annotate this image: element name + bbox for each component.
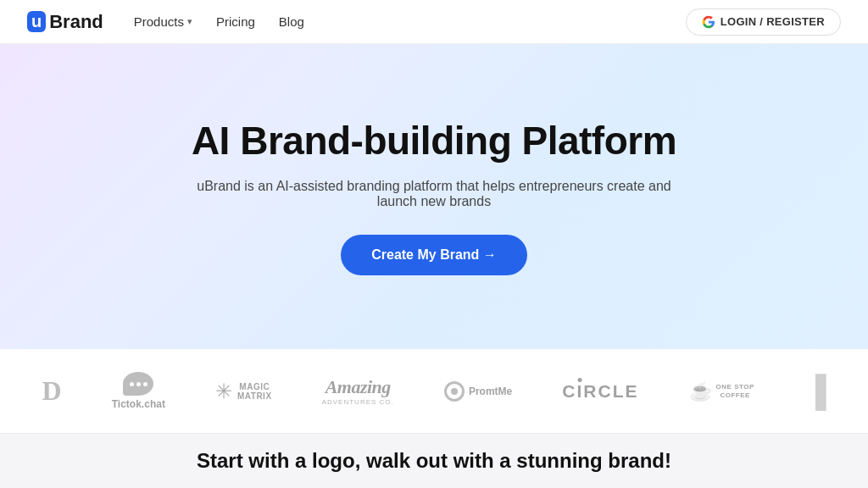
hero-section: AI Brand-building Platform uBrand is an … bbox=[0, 44, 868, 349]
nav-blog[interactable]: Blog bbox=[279, 14, 304, 29]
last-brand-icon: ▐ bbox=[804, 374, 826, 409]
cta-label: Create My Brand → bbox=[371, 247, 497, 263]
nav-links: Products ▾ Pricing Blog bbox=[134, 14, 686, 29]
nav-right: LOGIN / REGISTER bbox=[686, 8, 841, 36]
hero-title: AI Brand-building Platform bbox=[192, 118, 676, 164]
list-item: Tictok.chat bbox=[112, 372, 165, 410]
list-item: D bbox=[42, 375, 62, 407]
list-item: PromtMe bbox=[444, 381, 512, 402]
d-logo: D bbox=[42, 375, 62, 407]
list-item: ✳ MAGICMATRIX bbox=[215, 380, 272, 403]
promt-inner-dot bbox=[451, 388, 458, 395]
nav-products[interactable]: Products ▾ bbox=[134, 14, 192, 29]
bottom-teaser: Start with a logo, walk out with a stunn… bbox=[0, 434, 868, 488]
chevron-down-icon: ▾ bbox=[187, 16, 192, 27]
coffee-cup-icon: ☕ bbox=[689, 380, 712, 402]
magic-matrix-icon: ✳ bbox=[215, 380, 232, 403]
promt-label: PromtMe bbox=[469, 385, 512, 397]
tiktok-dots bbox=[130, 382, 147, 386]
navbar: uBrand Products ▾ Pricing Blog LOGIN / R… bbox=[0, 0, 868, 44]
coffee-text: ONE STOPCOFFEE bbox=[716, 383, 754, 399]
nav-pricing-label: Pricing bbox=[216, 14, 255, 29]
list-item: CIRCLE bbox=[562, 381, 638, 402]
promt-circle-icon bbox=[444, 381, 465, 402]
tiktok-chat-icon bbox=[123, 372, 153, 396]
login-button[interactable]: LOGIN / REGISTER bbox=[686, 8, 841, 36]
login-label: LOGIN / REGISTER bbox=[721, 15, 825, 28]
nav-pricing[interactable]: Pricing bbox=[216, 14, 255, 29]
circle-text: CIRCLE bbox=[562, 381, 638, 402]
list-item: ☕ ONE STOPCOFFEE bbox=[689, 380, 754, 402]
logo[interactable]: uBrand bbox=[27, 11, 103, 33]
nav-products-label: Products bbox=[134, 14, 184, 29]
tiktok-label: Tictok.chat bbox=[112, 398, 165, 410]
cta-button[interactable]: Create My Brand → bbox=[341, 235, 527, 275]
amazing-text: Amazing bbox=[326, 376, 391, 398]
dot bbox=[136, 382, 141, 386]
list-item: Amazing ADVENTURES CO. bbox=[322, 376, 394, 406]
google-icon bbox=[702, 15, 715, 29]
magic-matrix-text: MAGICMATRIX bbox=[237, 382, 272, 401]
dot bbox=[143, 382, 147, 386]
dot bbox=[130, 382, 134, 386]
list-item: ▐ bbox=[804, 374, 826, 409]
logo-brand: Brand bbox=[49, 11, 103, 33]
nav-blog-label: Blog bbox=[279, 14, 304, 29]
hero-subtitle: uBrand is an AI-assisted branding platfo… bbox=[197, 179, 671, 209]
amazing-sub: ADVENTURES CO. bbox=[322, 398, 394, 406]
teaser-heading: Start with a logo, walk out with a stunn… bbox=[197, 449, 671, 473]
logos-strip: D Tictok.chat ✳ MAGICMATRIX Amazing ADVE… bbox=[0, 349, 868, 434]
logo-u: u bbox=[27, 11, 46, 32]
